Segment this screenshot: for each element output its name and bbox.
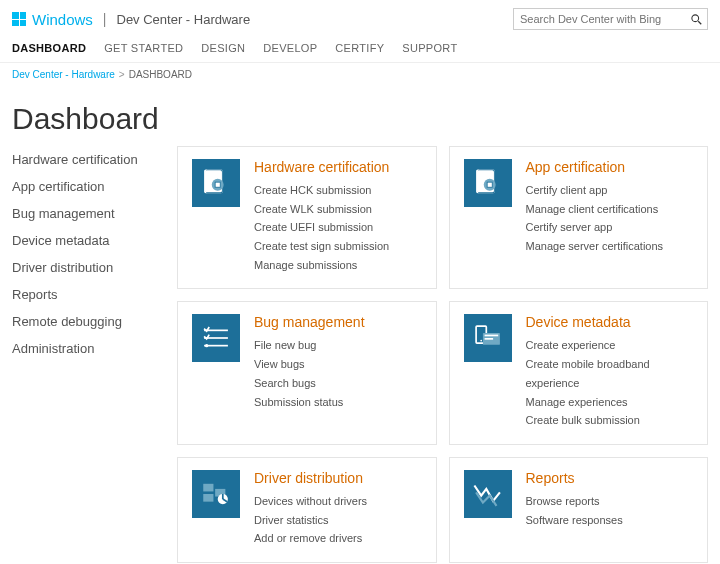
card-title[interactable]: Hardware certification (254, 159, 389, 175)
card-link[interactable]: Browse reports (526, 492, 623, 511)
sidebar-item-administration[interactable]: Administration (12, 341, 177, 356)
card-link[interactable]: Create bulk submission (526, 411, 694, 430)
card-link[interactable]: Driver statistics (254, 511, 367, 530)
breadcrumb-item[interactable]: Dev Center - Hardware (12, 69, 115, 80)
card-link[interactable]: Add or remove drivers (254, 529, 367, 548)
card-link[interactable]: Manage submissions (254, 256, 389, 275)
windows-logo-icon (12, 12, 26, 26)
card-link[interactable]: Manage client certifications (526, 200, 664, 219)
card-bug-management: Bug managementFile new bugView bugsSearc… (177, 301, 437, 444)
card-link[interactable]: Search bugs (254, 374, 365, 393)
nav-item-dashboard[interactable]: DASHBOARD (12, 42, 86, 54)
main-nav: DASHBOARDGET STARTEDDESIGNDEVELOPCERTIFY… (0, 36, 720, 63)
breadcrumb: Dev Center - Hardware>DASHBOARD (0, 63, 720, 86)
search-icon (690, 13, 702, 25)
sidebar-item-reports[interactable]: Reports (12, 287, 177, 302)
sidebar-item-driver-distribution[interactable]: Driver distribution (12, 260, 177, 275)
svg-point-0 (692, 15, 699, 22)
card-link[interactable]: Manage experiences (526, 393, 694, 412)
bug-icon (192, 314, 240, 362)
breadcrumb-item: DASHBOARD (129, 69, 192, 80)
sidebar-item-app-certification[interactable]: App certification (12, 179, 177, 194)
card-device-metadata: Device metadataCreate experienceCreate m… (449, 301, 709, 444)
search-input[interactable] (514, 10, 685, 28)
card-link[interactable]: Certify client app (526, 181, 664, 200)
card-title[interactable]: Bug management (254, 314, 365, 330)
card-title[interactable]: Device metadata (526, 314, 694, 330)
svg-rect-19 (484, 335, 498, 337)
svg-rect-11 (487, 182, 492, 187)
card-link[interactable]: Certify server app (526, 218, 664, 237)
search-button[interactable] (685, 13, 707, 25)
search-box[interactable] (513, 8, 708, 30)
nav-item-design[interactable]: DESIGN (201, 42, 245, 54)
card-reports: ReportsBrowse reportsSoftware responses (449, 457, 709, 563)
breadcrumb-separator: > (115, 69, 129, 80)
nav-item-develop[interactable]: DEVELOP (263, 42, 317, 54)
card-title[interactable]: Reports (526, 470, 623, 486)
card-app-certification: App certificationCertify client appManag… (449, 146, 709, 289)
app-cert-icon (464, 159, 512, 207)
card-title[interactable]: Driver distribution (254, 470, 367, 486)
header-subtitle: Dev Center - Hardware (117, 12, 251, 27)
svg-line-1 (698, 21, 701, 24)
driver-icon (192, 470, 240, 518)
card-link[interactable]: Create experience (526, 336, 694, 355)
page-title: Dashboard (0, 86, 720, 146)
header-divider: | (99, 11, 111, 27)
svg-rect-22 (203, 494, 213, 502)
card-hardware-certification: Hardware certificationCreate HCK submiss… (177, 146, 437, 289)
card-title[interactable]: App certification (526, 159, 664, 175)
card-link[interactable]: Create HCK submission (254, 181, 389, 200)
sidebar-item-hardware-certification[interactable]: Hardware certification (12, 152, 177, 167)
svg-rect-6 (215, 182, 220, 187)
card-grid: Hardware certificationCreate HCK submiss… (177, 146, 708, 563)
brand-text: Windows (32, 11, 93, 28)
sidebar-item-remote-debugging[interactable]: Remote debugging (12, 314, 177, 329)
svg-point-15 (205, 344, 208, 347)
card-link[interactable]: Create UEFI submission (254, 218, 389, 237)
card-driver-distribution: Driver distributionDevices without drive… (177, 457, 437, 563)
card-link[interactable]: Devices without drivers (254, 492, 367, 511)
sidebar-item-bug-management[interactable]: Bug management (12, 206, 177, 221)
nav-item-certify[interactable]: CERTIFY (335, 42, 384, 54)
card-link[interactable]: Submission status (254, 393, 365, 412)
card-link[interactable]: Create test sign submission (254, 237, 389, 256)
cert-icon (192, 159, 240, 207)
reports-icon (464, 470, 512, 518)
sidebar-item-device-metadata[interactable]: Device metadata (12, 233, 177, 248)
svg-point-17 (480, 340, 482, 342)
card-link[interactable]: Manage server certifications (526, 237, 664, 256)
card-link[interactable]: View bugs (254, 355, 365, 374)
card-link[interactable]: Software responses (526, 511, 623, 530)
nav-item-support[interactable]: SUPPORT (402, 42, 457, 54)
nav-item-get-started[interactable]: GET STARTED (104, 42, 183, 54)
sidebar: Hardware certificationApp certificationB… (12, 146, 177, 563)
card-link[interactable]: Create WLK submission (254, 200, 389, 219)
card-link[interactable]: Create mobile broadband experience (526, 355, 694, 392)
svg-rect-21 (203, 484, 213, 492)
card-link[interactable]: File new bug (254, 336, 365, 355)
device-icon (464, 314, 512, 362)
svg-rect-20 (484, 338, 493, 340)
